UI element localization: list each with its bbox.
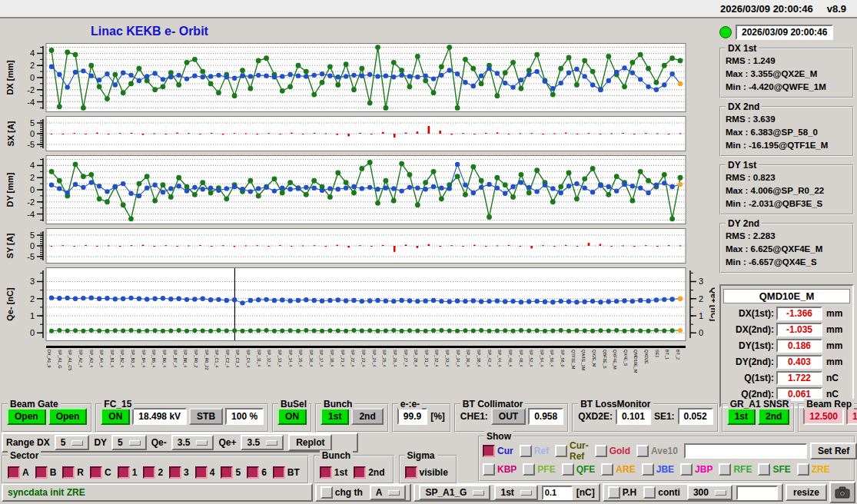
fc-15-value: 18.498 kV: [132, 408, 187, 425]
x-tick-label: SP_23_4: [361, 350, 366, 367]
gr-a1-snsr-1st-button[interactable]: 1st: [727, 408, 756, 425]
monitor-label: DY(2nd):: [723, 356, 776, 367]
show-are-label: ARE: [616, 464, 635, 475]
beam-gate-open-button[interactable]: Open: [7, 408, 46, 425]
bunch-1st-checkbox[interactable]: [320, 466, 332, 479]
sigma-visible-checkbox[interactable]: [405, 466, 417, 479]
svg-text:4: 4: [30, 161, 35, 170]
show-jbe-checkbox[interactable]: [642, 463, 654, 476]
beam-gate-open-button[interactable]: Open: [48, 408, 88, 425]
range-dropdown-5[interactable]: 3.5: [171, 435, 214, 450]
chg-th-dropdown[interactable]: A: [370, 485, 407, 500]
sector-b-checkbox[interactable]: [35, 466, 48, 479]
sector-bt: BT: [273, 466, 300, 479]
charge-threshold-input[interactable]: [542, 486, 573, 500]
x-tick-label: SP_52_4: [529, 350, 533, 367]
y-axis-label-text-sy: SY [A]: [5, 234, 15, 259]
x-tick-label: SP_B7_4: [173, 350, 178, 367]
sector-c-checkbox[interactable]: [90, 466, 102, 479]
fc-15-value: 100 %: [225, 408, 264, 425]
x-tick-label: SP_46_4: [508, 350, 513, 367]
replot-button[interactable]: Replot: [288, 434, 332, 451]
sector-bt-checkbox[interactable]: [273, 466, 285, 479]
svg-text:2: 2: [30, 61, 35, 70]
svg-text:3: 3: [699, 277, 703, 286]
bt-collimator-out-button[interactable]: OUT: [491, 408, 526, 425]
show-gold-checkbox[interactable]: [595, 445, 607, 457]
titlebar-clock: 2026/03/09 20:00:46: [720, 3, 813, 15]
show-cur-checkbox[interactable]: [483, 445, 495, 457]
group-e-e: e-:e-99.9[%]: [392, 403, 451, 433]
stat-dx-2nd-max: Max : 6.383@SP_58_0: [726, 126, 849, 139]
monitor-label: DY(1st):: [723, 340, 776, 351]
bunch-1st-button[interactable]: 1st: [321, 408, 349, 425]
monitor-row-dy-1st: DY(1st):0.186mm: [723, 339, 850, 353]
stat-dy-1st-rms: RMS : 0.823: [726, 171, 849, 184]
bunch-2nd-button[interactable]: 2nd: [351, 408, 383, 425]
range-dropdown-7[interactable]: 3.5: [241, 435, 284, 450]
chg-th-checkbox[interactable]: [321, 486, 333, 499]
sector-6-checkbox[interactable]: [247, 466, 259, 479]
bunch-2nd-checkbox[interactable]: [354, 466, 366, 479]
range-dropdown-3[interactable]: 5: [111, 435, 147, 450]
fc-15-stb-button[interactable]: STB: [189, 408, 223, 425]
y-axis-label-text-dx: DX [mm]: [5, 60, 15, 94]
sector-a-checkbox[interactable]: [8, 466, 20, 479]
show-are-checkbox[interactable]: [601, 463, 613, 476]
sector-3-checkbox[interactable]: [169, 466, 181, 479]
interval-dropdown[interactable]: 300: [687, 485, 732, 500]
show-qfe-checkbox[interactable]: [562, 463, 574, 476]
dropdown-bar-icon: [71, 440, 83, 446]
resize-button[interactable]: resize: [786, 484, 827, 501]
x-tick-label: SP_B5_4: [151, 350, 156, 367]
show-row-1: CurRefCur-RefGoldAve10Set Ref: [483, 442, 852, 460]
show-kbp-checkbox[interactable]: [483, 463, 495, 476]
show-jbp-checkbox[interactable]: [680, 463, 693, 476]
show-ave10-checkbox[interactable]: [636, 445, 649, 457]
dropdown-bar-icon: [520, 490, 532, 496]
show-sfe-checkbox[interactable]: [758, 463, 770, 476]
set-ref-button[interactable]: Set Ref: [810, 443, 857, 459]
x-tick-label: SP_B1_4: [110, 350, 115, 367]
sector-6: 6: [247, 466, 267, 479]
x-tick-label: DX_A1_9: [47, 350, 51, 368]
chart-row-dy: DY [mm]420-2-4: [0, 155, 715, 224]
svg-text:2: 2: [30, 294, 35, 303]
ph-checkbox[interactable]: [608, 486, 620, 499]
show-group: ShowCurRefCur-RefGoldAve10Set RefKBPPFEQ…: [478, 436, 855, 482]
camera-button[interactable]: [829, 482, 855, 503]
group-title-busel: BuSel: [278, 399, 309, 410]
show-rfe-checkbox[interactable]: [719, 463, 731, 476]
fc-15-on-button[interactable]: ON: [101, 408, 130, 425]
group-fc-15: FC_15ON18.498 kVSTB100 %: [95, 403, 269, 433]
group-busel: BuSelON: [272, 403, 312, 433]
group-title-bunch: Bunch: [320, 450, 353, 461]
range-dropdown-1[interactable]: 5: [55, 435, 90, 450]
conti-count-input[interactable]: [736, 486, 778, 500]
sector-2-checkbox[interactable]: [143, 466, 155, 479]
x-tick-label: SP_12_4: [267, 350, 271, 367]
ref-file-input[interactable]: [684, 443, 807, 459]
sp-section: SP_A1_G1st[nC]: [414, 483, 600, 502]
monitor-row-dy-2nd: DY(2nd):0.403mm: [723, 355, 850, 369]
show-ref-checkbox[interactable]: [520, 445, 532, 457]
chg-th-dropdown-value: A: [376, 487, 383, 498]
sector-r: R: [62, 466, 84, 479]
svg-text:1: 1: [699, 311, 703, 320]
sector-r-checkbox[interactable]: [62, 466, 75, 479]
sector-1-checkbox[interactable]: [118, 466, 130, 479]
bpm-select-dropdown[interactable]: SP_A1_G: [419, 485, 490, 500]
show-pfe-checkbox[interactable]: [523, 463, 535, 476]
y-axis-label-dx: DX [mm]: [0, 43, 20, 112]
busel-on-button[interactable]: ON: [277, 408, 307, 425]
show-zre-checkbox[interactable]: [797, 463, 809, 476]
sector-5-checkbox[interactable]: [221, 466, 233, 479]
conti-checkbox[interactable]: [643, 486, 656, 499]
show-cur-ref-checkbox[interactable]: [555, 445, 567, 457]
sector-r-label: R: [77, 467, 84, 478]
gr-a1-snsr-2nd-button[interactable]: 2nd: [758, 408, 789, 425]
x-tick-label: SP_C4_4: [246, 350, 251, 368]
show-ref-label: Ref: [534, 446, 549, 456]
sector-4-checkbox[interactable]: [195, 466, 208, 479]
bunch-select-dropdown[interactable]: 1st: [494, 485, 537, 500]
